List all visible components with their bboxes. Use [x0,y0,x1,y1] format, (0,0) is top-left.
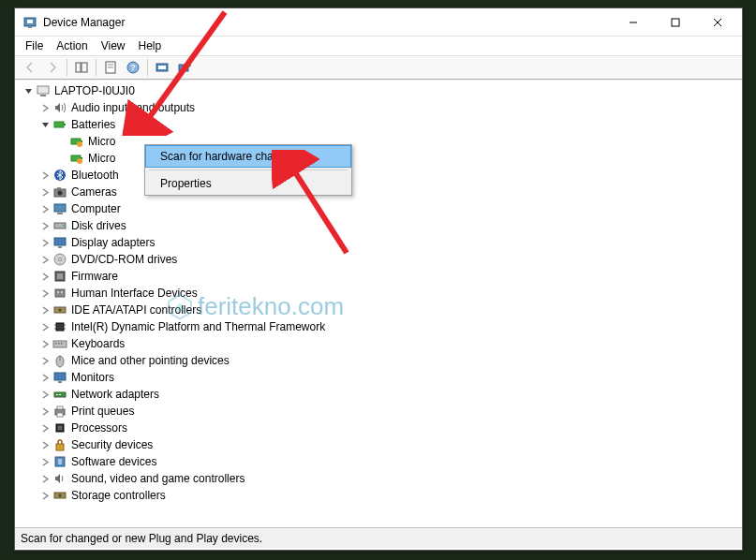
tree-node[interactable]: Mice and other pointing devices [19,352,742,369]
expand-icon[interactable] [39,473,51,484]
expand-icon[interactable] [39,456,51,467]
tree-node[interactable]: Processors [19,420,742,436]
tree-node[interactable]: DVD/CD-ROM drives [19,251,742,268]
expand-icon[interactable] [39,304,51,316]
monitor-icon [52,370,67,385]
expand-icon[interactable] [39,321,51,332]
show-hide-tree-button[interactable] [71,57,92,78]
svg-rect-44 [61,291,63,293]
expand-icon[interactable] [39,372,51,383]
ctx-scan-hardware[interactable]: Scan for hardware changes [145,145,351,168]
svg-rect-61 [56,394,58,395]
tree-node[interactable]: Bluetooth [19,167,742,184]
tree-node[interactable]: IDE ATA/ATAPI controllers [19,302,742,318]
tree-node-label: IDE ATA/ATAPI controllers [71,303,201,317]
battery-leaf-icon [69,151,84,166]
tree-node[interactable]: Storage controllers [19,487,742,504]
svg-rect-7 [76,63,81,72]
device-tree[interactable]: LAPTOP-I0UJI0Audio inputs and outputsBat… [15,81,742,527]
tree-node[interactable]: Print queues [19,403,742,420]
tree-node[interactable]: Keyboards [19,335,742,352]
tree-node[interactable]: Security devices [19,436,742,453]
expand-icon[interactable] [39,490,51,501]
tree-node-label: Disk drives [71,219,126,232]
menu-file[interactable]: File [19,38,50,53]
expand-icon[interactable] [39,422,51,434]
tree-node-label: Display adapters [71,236,155,249]
svg-point-17 [185,62,191,67]
tree-node[interactable]: Software devices [19,453,742,470]
expand-icon[interactable] [39,254,51,265]
ide-icon [52,302,67,317]
expand-icon[interactable] [39,203,51,214]
expand-icon[interactable] [39,169,51,181]
collapse-icon[interactable] [39,119,51,130]
tree-node[interactable]: Disk drives [19,217,742,234]
tree-node[interactable]: Display adapters [19,234,742,251]
security-icon [52,437,67,452]
back-button[interactable] [20,57,40,78]
tree-node[interactable]: Audio inputs and outputs [19,99,742,116]
sound-icon [52,471,67,486]
tree-node[interactable]: Cameras [19,184,742,200]
svg-rect-37 [58,246,62,248]
window-title: Device Manager [43,16,612,29]
expand-icon[interactable] [39,102,51,113]
minimize-button[interactable] [612,8,654,36]
expand-icon[interactable] [39,186,51,198]
expand-icon[interactable] [39,439,51,450]
menu-view[interactable]: View [95,38,132,53]
expand-icon[interactable] [39,389,51,400]
svg-point-72 [63,496,65,498]
expand-icon[interactable] [39,405,51,417]
tree-node[interactable]: Monitors [19,369,742,386]
tree-node[interactable]: Sound, video and game controllers [19,470,742,487]
menubar: File Action View Help [15,37,742,55]
expand-icon[interactable] [39,355,51,366]
disk-icon [52,218,67,233]
svg-rect-36 [54,238,66,245]
menu-action[interactable]: Action [50,38,94,53]
tree-node[interactable]: LAPTOP-I0UJI0 [19,82,742,99]
scan-hardware-button[interactable] [152,57,172,78]
tree-node[interactable]: Microry [19,150,742,167]
add-hardware-button[interactable] [174,57,195,78]
tree-node-label: Keyboards [71,337,125,350]
cpu-icon [52,420,67,435]
svg-rect-8 [82,63,87,72]
expand-icon[interactable] [39,271,51,282]
svg-rect-58 [54,373,66,380]
help-button[interactable]: ? [123,57,143,78]
tree-node[interactable]: Batteries [19,116,742,133]
tree-node-label: Firmware [71,270,118,283]
tree-node-label: Storage controllers [71,489,166,502]
svg-rect-47 [56,323,64,331]
forward-button[interactable] [42,57,63,78]
svg-rect-53 [55,343,57,345]
tree-node[interactable]: Network adapters [19,386,742,403]
ctx-properties[interactable]: Properties [145,172,351,195]
expand-icon[interactable] [39,287,51,299]
svg-point-35 [63,225,65,227]
device-manager-window: Device Manager File Action View Help ? L… [14,7,743,551]
tree-node[interactable]: Micro [19,133,742,150]
tree-node[interactable]: Computer [19,200,742,217]
menu-help[interactable]: Help [132,38,169,53]
expand-icon[interactable] [39,237,51,248]
content-area: LAPTOP-I0UJI0Audio inputs and outputsBat… [15,80,742,527]
software-icon [52,454,67,469]
svg-point-39 [59,258,62,261]
tree-node-label: Print queues [71,405,134,418]
app-icon [22,15,37,30]
properties-button[interactable] [100,57,121,78]
tree-node[interactable]: Firmware [19,268,742,285]
tree-node[interactable]: Human Interface Devices [19,285,742,302]
collapse-icon[interactable] [22,85,34,96]
context-menu: Scan for hardware changes Properties [144,144,352,196]
close-button[interactable] [696,8,738,36]
tree-node-label: DVD/CD-ROM drives [71,253,177,266]
expand-icon[interactable] [39,338,51,349]
maximize-button[interactable] [654,8,696,36]
expand-icon[interactable] [39,220,51,231]
tree-node[interactable]: Intel(R) Dynamic Platform and Thermal Fr… [19,318,742,335]
